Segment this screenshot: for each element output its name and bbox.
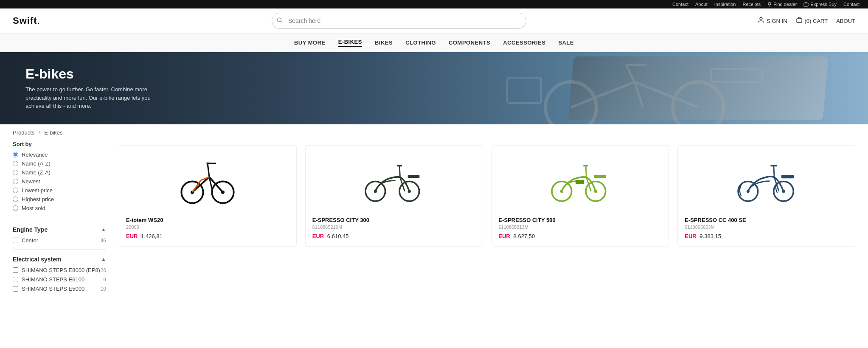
nav-clothing[interactable]: CLOTHING (405, 39, 436, 46)
sort-most-sold-radio[interactable] (13, 205, 18, 211)
product-image-1 (126, 152, 289, 212)
filter-e5000-checkbox[interactable] (13, 286, 18, 292)
filter-engine-type-header[interactable]: Engine Type ▲ (13, 226, 106, 233)
svg-line-3 (281, 21, 282, 23)
sort-highest-price-radio[interactable] (13, 196, 18, 202)
filter-engine-center: Center 46 (13, 237, 106, 244)
header: Swift. SIGN IN (0) CART ABOUT (0, 8, 868, 34)
filter-center-count: 46 (101, 238, 106, 244)
nav-e-bikes[interactable]: E-BIKES (338, 39, 362, 47)
nav-buy-more[interactable]: BUY MORE (294, 39, 326, 46)
filter-e6100-checkbox[interactable] (13, 277, 18, 282)
product-name-3: E-SPRESSO CITY 500 (499, 217, 662, 223)
filter-e5000-count: 10 (101, 286, 106, 292)
svg-line-19 (192, 177, 209, 192)
topbar-contact[interactable]: Contact (672, 2, 688, 7)
location-icon (767, 2, 772, 7)
about-label: ABOUT (836, 18, 855, 24)
about-button[interactable]: ABOUT (836, 18, 855, 24)
sort-name-az[interactable]: Name (A-Z) (13, 160, 106, 167)
svg-rect-5 (797, 19, 802, 22)
svg-point-0 (768, 3, 771, 5)
bike-illustration-4 (733, 157, 801, 208)
topbar-find-dealer[interactable]: Find dealer (767, 2, 797, 7)
product-price-3: EUR 8.627,50 (499, 233, 662, 239)
topbar-cart-small[interactable]: Express Buy (803, 2, 837, 7)
user-icon (758, 17, 764, 25)
svg-rect-1 (804, 3, 808, 6)
product-card-1[interactable]: E-totem WS20 20003 EUR 1.426,81 (119, 145, 297, 247)
sort-lowest-price-radio[interactable] (13, 188, 18, 193)
nav-accessories[interactable]: ACCESSORIES (503, 39, 545, 46)
filter-electrical-system-header[interactable]: Electrical system ▲ (13, 256, 106, 263)
product-sku-1: 20003 (126, 225, 289, 230)
filter-e6100: SHIMANO STEPS E6100 9 (13, 276, 106, 283)
nav-components[interactable]: COMPONENTS (449, 39, 490, 46)
svg-rect-43 (576, 180, 584, 184)
filter-ep8-count: 26 (101, 267, 106, 273)
svg-rect-14 (711, 69, 762, 82)
nav-bikes[interactable]: BIKES (375, 39, 393, 46)
bike-illustration-1 (174, 157, 242, 208)
product-sku-2: 6110865216M (312, 225, 476, 230)
filter-engine-type-label: Engine Type (13, 226, 48, 233)
filter-electrical-system-label: Electrical system (13, 256, 61, 263)
logo[interactable]: Swift. (13, 15, 40, 26)
sign-in-button[interactable]: SIGN IN (758, 17, 787, 25)
sort-name-za[interactable]: Name (Z-A) (13, 169, 106, 176)
product-price-4: EUR 9.383,15 (685, 233, 848, 239)
filter-e6100-count: 9 (103, 277, 106, 283)
breadcrumb-e-bikes[interactable]: E-bikes (44, 129, 62, 136)
product-price-value-3: 8.627,50 (514, 233, 535, 239)
topbar-about[interactable]: About (695, 2, 708, 7)
svg-line-21 (208, 163, 209, 177)
product-card-3[interactable]: E-SPRESSO CITY 500 6110865313M EUR 8.627… (492, 145, 669, 247)
sort-relevance[interactable]: Relevance (13, 152, 106, 158)
filter-center-checkbox[interactable] (13, 238, 18, 243)
product-price-prefix-3: EUR (499, 233, 510, 239)
topbar-receipts[interactable]: Receipts (742, 2, 761, 7)
svg-point-6 (545, 82, 596, 124)
sort-relevance-radio[interactable] (13, 152, 18, 157)
hero-subtitle: The power to go further. Go faster. Comb… (25, 85, 170, 110)
product-price-value-1: 1.426,81 (141, 233, 163, 239)
sort-section: Sort by Relevance Name (A-Z) Name (Z-A) … (13, 141, 106, 211)
sidebar: Sort by Relevance Name (A-Z) Name (Z-A) … (13, 141, 106, 298)
sort-name-az-radio[interactable] (13, 161, 18, 166)
product-card-4[interactable]: E-SPRESSO CC 400 SE 6110865603M EUR 9.38… (677, 145, 855, 247)
chevron-up-icon-2: ▲ (101, 256, 106, 262)
svg-rect-34 (408, 175, 420, 178)
product-card-2[interactable]: E-SPRESSO CITY 300 6110865216M EUR 6.610… (305, 145, 483, 247)
sort-most-sold[interactable]: Most sold (13, 205, 106, 211)
cart-icon (796, 17, 803, 25)
product-image-3 (499, 152, 662, 212)
topbar-contact2[interactable]: Contact (843, 2, 860, 7)
svg-line-9 (635, 82, 698, 107)
hero-banner: E-bikes The power to go further. Go fast… (0, 52, 868, 124)
product-price-2: EUR 6.610,45 (312, 233, 476, 239)
search-input[interactable] (272, 13, 526, 29)
filter-engine-type: Engine Type ▲ Center 46 (13, 220, 106, 244)
cart-button[interactable]: (0) CART (796, 17, 828, 25)
filter-ep8-checkbox[interactable] (13, 267, 18, 273)
topbar-inspiration[interactable]: Inspiration (714, 2, 736, 7)
nav-sale[interactable]: SALE (558, 39, 574, 46)
sort-name-za-radio[interactable] (13, 170, 18, 175)
product-sku-4: 6110865603M (685, 225, 848, 230)
sort-newest-radio[interactable] (13, 179, 18, 184)
filter-electrical-system: Electrical system ▲ SHIMANO STEPS E8000 … (13, 250, 106, 292)
sort-lowest-price[interactable]: Lowest price (13, 187, 106, 194)
hero-title: E-bikes (25, 66, 170, 82)
hero-bike-illustration (465, 56, 847, 124)
search-icon (277, 17, 283, 25)
svg-point-2 (277, 18, 281, 22)
sort-newest[interactable]: Newest (13, 178, 106, 185)
svg-line-39 (586, 166, 586, 177)
sort-highest-price[interactable]: Highest price (13, 196, 106, 202)
products-grid: E-totem WS20 20003 EUR 1.426,81 (119, 145, 855, 247)
breadcrumb-products[interactable]: Products (13, 129, 34, 136)
search-bar-container (272, 13, 526, 29)
filter-e5000: SHIMANO STEPS E5000 10 (13, 286, 106, 292)
breadcrumb-separator: / (39, 129, 40, 136)
svg-point-4 (760, 17, 762, 20)
